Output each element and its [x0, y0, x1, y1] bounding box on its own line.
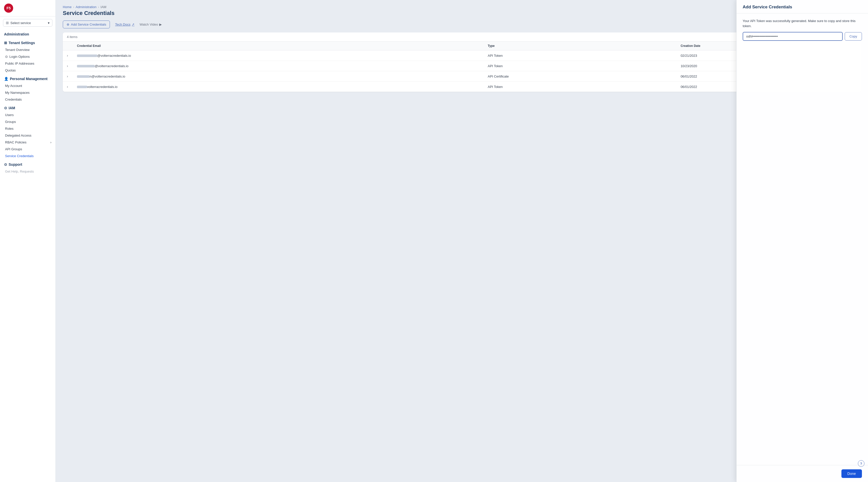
- breadcrumb-home[interactable]: Home: [63, 5, 72, 9]
- breadcrumb-sep-2: ›: [98, 5, 99, 9]
- row-expand-button[interactable]: ›: [67, 74, 68, 78]
- personal-management-header: 👤 Personal Management: [0, 74, 56, 82]
- cell-email: @volterracredentials.io: [73, 51, 484, 61]
- sidebar-item-users[interactable]: Users: [0, 112, 56, 118]
- breadcrumb-sep-1: ›: [73, 5, 74, 9]
- token-row: Copy: [743, 32, 862, 41]
- sidebar-item-quotas[interactable]: Quotas: [0, 67, 56, 74]
- iam-header: ⊙ IAM: [0, 103, 56, 112]
- tenant-settings-header: ⊞ Tenant Settings: [0, 38, 56, 46]
- sidebar-item-my-account[interactable]: My Account: [0, 82, 56, 89]
- chevron-right-icon: ›: [51, 140, 52, 144]
- sidebar-item-public-ip[interactable]: Public IP Addresses: [0, 60, 56, 67]
- logo-area: F5: [0, 0, 56, 17]
- row-expand-button[interactable]: ›: [67, 85, 68, 89]
- email-redacted: [77, 55, 97, 57]
- sidebar-item-support-subtitle[interactable]: Get Help, Requests: [0, 168, 56, 175]
- sidebar-item-my-namespaces[interactable]: My Namespaces: [0, 89, 56, 96]
- tenant-settings-icon: ⊞: [4, 41, 7, 45]
- copy-button[interactable]: Copy: [845, 32, 862, 40]
- watch-video-link[interactable]: Watch Video ▶: [140, 23, 162, 26]
- sidebar-item-tenant-overview[interactable]: Tenant Overview: [0, 46, 56, 53]
- cell-type: API Certificate: [484, 71, 677, 82]
- cell-email: volterracredentials.io: [73, 82, 484, 92]
- grid-icon: ⊞: [6, 21, 9, 25]
- row-expand-button[interactable]: ›: [67, 64, 68, 68]
- sidebar-item-delegated-access[interactable]: Delegated Access: [0, 132, 56, 139]
- breadcrumb-administration[interactable]: Administration: [76, 5, 96, 9]
- service-select-dropdown[interactable]: ⊞ Select service ▾: [3, 19, 53, 27]
- help-icon[interactable]: ?: [858, 460, 864, 467]
- breadcrumb-iam: IAM: [100, 5, 106, 9]
- service-select-label: Select service: [10, 21, 31, 25]
- sidebar-item-credentials[interactable]: Credentials: [0, 96, 56, 103]
- chevron-down-icon: ▾: [48, 21, 50, 25]
- sidebar-item-service-credentials[interactable]: Service Credentials: [0, 152, 56, 160]
- external-link-icon: ↗: [132, 23, 134, 26]
- sidebar-item-api-groups[interactable]: API Groups: [0, 146, 56, 152]
- panel-footer: Done: [737, 465, 868, 482]
- col-type: Type: [484, 41, 677, 51]
- cell-type: API Token: [484, 82, 677, 92]
- sidebar-item-roles[interactable]: Roles: [0, 125, 56, 132]
- col-expand: [63, 41, 73, 51]
- cell-email: @volterracredentials.io: [73, 61, 484, 71]
- support-icon: ⊙: [4, 163, 7, 167]
- administration-section-title: Administration: [0, 29, 56, 38]
- tech-docs-link[interactable]: Tech Docs ↗: [115, 23, 134, 26]
- sidebar-item-groups[interactable]: Groups: [0, 118, 56, 125]
- sidebar-item-login-options[interactable]: ⊙ Login Options: [0, 53, 56, 60]
- person-icon: 👤: [4, 77, 8, 81]
- done-button[interactable]: Done: [841, 469, 862, 478]
- login-options-icon: ⊙: [5, 55, 8, 59]
- panel-header: Add Service Credentials: [737, 0, 868, 13]
- add-service-credentials-button[interactable]: ⊕ Add Service Credentials: [63, 21, 110, 28]
- iam-icon: ⊙: [4, 106, 7, 110]
- sidebar: F5 ⊞ Select service ▾ Administration ⊞ T…: [0, 0, 56, 482]
- email-suffix: volterracredentials.io: [87, 85, 118, 89]
- plus-icon: ⊕: [67, 23, 69, 26]
- support-header: ⊙ Support: [0, 160, 56, 168]
- panel-success-message: Your API Token was successfully generate…: [743, 19, 862, 28]
- main-content: Home › Administration › IAM Service Cred…: [56, 0, 868, 482]
- col-credential-email: Credential Email: [73, 41, 484, 51]
- email-suffix: @volterracredentials.io: [97, 54, 131, 58]
- row-expand-button[interactable]: ›: [67, 54, 68, 58]
- panel-title: Add Service Credentials: [743, 5, 862, 10]
- email-redacted: [77, 65, 95, 67]
- f5-logo: F5: [4, 4, 13, 13]
- email-redacted: [77, 86, 87, 88]
- cell-type: API Token: [484, 51, 677, 61]
- panel-body: Your API Token was successfully generate…: [737, 13, 868, 465]
- email-suffix: n@volterracredentials.io: [90, 75, 125, 78]
- cell-email: n@volterracredentials.io: [73, 71, 484, 82]
- add-credentials-panel: Add Service Credentials Your API Token w…: [736, 0, 868, 482]
- token-input[interactable]: [743, 32, 843, 41]
- email-suffix: @volterracredentials.io: [95, 64, 128, 68]
- play-icon: ▶: [159, 23, 162, 26]
- cell-type: API Token: [484, 61, 677, 71]
- sidebar-item-rbac-policies[interactable]: RBAC Policies ›: [0, 139, 56, 146]
- email-redacted: [77, 75, 90, 78]
